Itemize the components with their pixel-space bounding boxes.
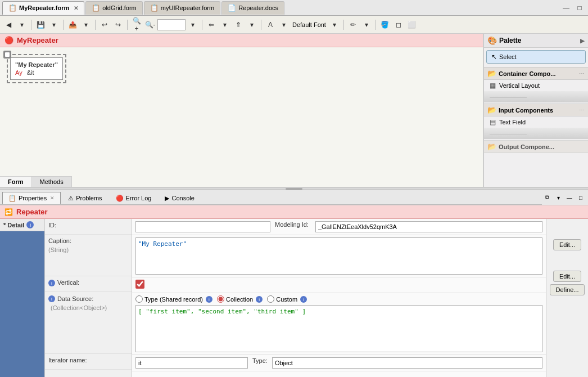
radio-collection-input[interactable]: [217, 295, 224, 303]
section-container-collapse-icon[interactable]: ⋯: [579, 70, 585, 77]
toolbar-dropdown-btn[interactable]: ▾: [16, 19, 28, 31]
main-area: 🔴 MyRepeater "My Repeater" Ay &it Form: [0, 34, 588, 187]
tab-problems[interactable]: ⚠ Problems: [62, 192, 108, 204]
tab-console[interactable]: ▶ Console: [159, 192, 200, 204]
bottom-panel-minimize-btn[interactable]: —: [564, 192, 575, 203]
tab-properties-close-icon[interactable]: ✕: [50, 195, 55, 201]
radio-type-input[interactable]: [135, 295, 143, 303]
define-iterator-btn[interactable]: Define...: [550, 284, 585, 295]
tab-properties[interactable]: 📋 Properties ✕: [2, 192, 61, 204]
props-left-col: * Detail i: [0, 219, 45, 377]
prop-datasource-label-text: Data Source:: [57, 295, 93, 302]
canvas-content[interactable]: "My Repeater" Ay &it: [0, 47, 483, 90]
canvas-tab-methods[interactable]: Methods: [32, 177, 72, 187]
prop-collection-textarea[interactable]: [ "first item", "second item", "third it…: [135, 305, 542, 352]
toolbar-eraser-btn[interactable]: ◻: [392, 19, 405, 31]
toolbar-misc-btn[interactable]: ⬜: [406, 19, 418, 31]
palette-item-vertical-layout-label: Vertical Layout: [499, 82, 540, 89]
toolbar-font-label: Default Font: [291, 21, 327, 28]
radio-custom-option[interactable]: Custom i: [267, 295, 307, 303]
palette-section-header-left: 📂 Container Compo...: [487, 69, 555, 78]
palette-item-vertical-layout[interactable]: ▦ Vertical Layout: [484, 80, 588, 91]
bottom-panel-new-window-btn[interactable]: ⧉: [542, 192, 552, 203]
palette-item-text-field[interactable]: ▤ Text Field: [484, 116, 588, 128]
radio-custom-input[interactable]: [267, 295, 274, 303]
prop-iterator-label-text: Iterator name:: [48, 357, 87, 363]
window-maximize-btn[interactable]: □: [573, 2, 586, 14]
toolbar-font-dropdown-btn[interactable]: ▾: [328, 19, 341, 31]
errorlog-tab-icon: 🔴: [116, 195, 124, 202]
toolbar-back-btn[interactable]: ◀: [2, 19, 15, 31]
toolbar-save-btn[interactable]: 💾: [34, 19, 47, 31]
prop-label-vertical: i Vertical:: [45, 276, 132, 292]
type-label: Type:: [252, 357, 268, 364]
toolbar-align-dropdown1-btn[interactable]: ▾: [219, 19, 231, 31]
prop-caption-textarea[interactable]: "My Repeater": [135, 237, 542, 275]
toolbar-align-left-btn[interactable]: ⇐: [205, 19, 218, 31]
edit-collection-btn[interactable]: Edit...: [553, 271, 581, 282]
tab-oldgrid[interactable]: 📋 oldGrid.form: [85, 1, 143, 15]
bottom-panel-dropdown-btn[interactable]: ▾: [553, 192, 563, 203]
toolbar-zoom-out-btn[interactable]: 🔍-: [144, 19, 156, 31]
palette-section-container-header[interactable]: 📂 Container Compo... ⋯: [484, 67, 588, 80]
prop-value-caption-row: "My Repeater": [132, 235, 546, 277]
palette-section-output: 📂 Output Compone...: [484, 140, 588, 153]
tab-errorlog[interactable]: 🔴 Error Log: [110, 192, 158, 204]
toolbar-font-size-btn[interactable]: A: [264, 19, 277, 31]
radio-group-datasource: Type (Shared record) i Collection i Cust…: [135, 295, 307, 303]
toolbar-redo-btn[interactable]: ↪: [112, 19, 124, 31]
radio-type-option[interactable]: Type (Shared record) i: [135, 295, 212, 303]
toolbar-undo-btn[interactable]: ↩: [98, 19, 111, 31]
prop-type-input[interactable]: [272, 357, 542, 369]
toolbar-draw-dropdown-btn[interactable]: ▾: [360, 19, 373, 31]
prop-modeling-id-input[interactable]: [315, 221, 542, 232]
toolbar-export-dropdown-btn[interactable]: ▾: [80, 19, 92, 31]
toolbar-save-dropdown-btn[interactable]: ▾: [48, 19, 60, 31]
toolbar-fill-btn[interactable]: 🪣: [379, 19, 391, 31]
toolbar-draw-btn[interactable]: ✏: [347, 19, 359, 31]
tab-close-icon[interactable]: ✕: [74, 5, 78, 11]
zoom-input[interactable]: 100%: [157, 19, 186, 30]
props-values-col: Modeling Id: "My Repeater" Type: [132, 219, 546, 377]
palette-expand-icon[interactable]: ▶: [580, 38, 585, 44]
select-label: Select: [499, 53, 517, 60]
tab-myrepeater[interactable]: 📋 MyRepeater.form ✕: [2, 1, 84, 15]
prop-label-id: ID:: [45, 219, 132, 235]
edit-caption-btn[interactable]: Edit...: [553, 239, 581, 250]
window-minimize-btn[interactable]: —: [560, 2, 572, 14]
repeater-widget[interactable]: "My Repeater" Ay &it: [7, 54, 66, 83]
prop-datasource-type-text: (Collection<Object>): [48, 304, 107, 311]
canvas-tab-form[interactable]: Form: [0, 177, 32, 187]
radio-custom-label: Custom: [276, 296, 297, 303]
repeater-inner[interactable]: "My Repeater" Ay &it: [10, 57, 63, 80]
toolbar-align-dropdown2-btn[interactable]: ▾: [246, 19, 258, 31]
select-button[interactable]: ↖ Select: [486, 50, 586, 64]
palette-section-output-header[interactable]: 📂 Output Compone...: [484, 140, 588, 153]
radio-collection-option[interactable]: Collection i: [217, 295, 263, 303]
toolbar-sep-6: [261, 20, 261, 30]
bottom-panel-maximize-btn[interactable]: □: [576, 192, 586, 203]
palette-section-input-header[interactable]: 📂 Input Components ⋯: [484, 104, 588, 116]
toolbar-align-up-btn[interactable]: ⇑: [232, 19, 245, 31]
prop-id-input[interactable]: [135, 221, 270, 232]
prop-value-vertical-row: [132, 277, 546, 293]
palette-section-input-header-left: 📂 Input Components: [487, 106, 553, 114]
toolbar-sep-5: [202, 20, 202, 30]
prop-value-datasource-row: Type (Shared record) i Collection i Cust…: [132, 293, 546, 355]
toolbar-font-btn[interactable]: ▾: [278, 19, 290, 31]
prop-value-id-row: Modeling Id:: [132, 219, 546, 235]
detail-section-label: * Detail: [3, 222, 24, 228]
toolbar-export-btn[interactable]: 📤: [66, 19, 79, 31]
repeater-var: &it: [27, 69, 34, 76]
toolbar-zoom-in-btn[interactable]: 🔍+: [130, 19, 143, 31]
tab-repeaterdocs[interactable]: 📄 Repeater.docs: [221, 1, 284, 15]
tab-myuirepeater[interactable]: 📋 myUIRepeater.form: [144, 1, 220, 15]
section-input-collapse-icon[interactable]: ⋯: [579, 107, 585, 113]
canvas-header: 🔴 MyRepeater: [0, 34, 483, 47]
prop-iterator-input[interactable]: [135, 357, 248, 369]
toolbar-zoom-dropdown-btn[interactable]: ▾: [187, 19, 199, 31]
text-field-icon: ▤: [490, 118, 496, 126]
toolbar-sep-1: [31, 20, 31, 30]
prop-vertical-checkbox[interactable]: [135, 280, 144, 289]
console-tab-icon: ▶: [165, 195, 169, 202]
